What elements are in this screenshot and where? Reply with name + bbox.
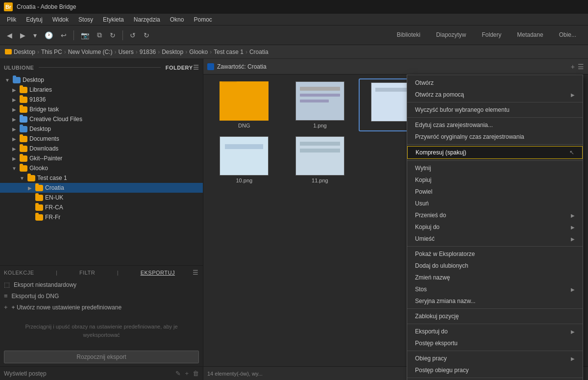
tree-toggle[interactable]: ▼ <box>19 176 25 181</box>
ctx-export-to[interactable]: Eksportuj do ▶ <box>407 326 583 337</box>
undo-button[interactable]: ↩ <box>58 29 70 41</box>
ctx-copy-to[interactable]: Kopiuj do ▶ <box>407 221 583 233</box>
tree-item-libraries[interactable]: ▶ Libraries <box>0 85 203 95</box>
breadcrumb-91836[interactable]: 91836 <box>140 49 156 55</box>
ctx-cut[interactable]: Wytnij <box>407 162 583 174</box>
tab-obie[interactable]: Obie... <box>551 29 584 41</box>
foldery-label[interactable]: Foldery <box>166 65 193 71</box>
tree-toggle[interactable]: ▶ <box>11 87 18 93</box>
tree-item-croatia[interactable]: ▶ Croatia <box>0 183 203 193</box>
tree-item-en-uk[interactable]: EN-UK <box>0 193 203 203</box>
ctx-lock-position[interactable]: Zablokuj pozycję <box>407 310 583 322</box>
menu-edytuj[interactable]: Edytuj <box>21 15 47 24</box>
add-icon[interactable]: + <box>185 370 189 377</box>
eksportuj-label[interactable]: Eksportuj <box>141 270 175 276</box>
menu-stosy[interactable]: Stosy <box>74 15 98 24</box>
tree-toggle[interactable]: ▶ <box>11 156 18 161</box>
camera-button[interactable]: 📷 <box>78 29 92 41</box>
tab-biblioteki[interactable]: Biblioteki <box>389 29 428 41</box>
ctx-copy[interactable]: Kopiuj <box>407 174 583 186</box>
menu-plik[interactable]: Plik <box>2 15 21 24</box>
recent-button[interactable]: 🕐 <box>42 29 56 41</box>
breadcrumb-thispc[interactable]: This PC <box>41 49 62 55</box>
tree-toggle[interactable]: ▶ <box>11 136 18 142</box>
ctx-show-explorer[interactable]: Pokaż w Eksploratorze <box>407 248 583 260</box>
tree-toggle[interactable]: ▶ <box>11 146 18 152</box>
ctx-workflow[interactable]: Obieg pracy ▶ <box>407 353 583 364</box>
ctx-duplicate[interactable]: Powiel <box>407 186 583 198</box>
tree-item-glooko[interactable]: ▼ Glooko <box>0 163 203 173</box>
thumbnail-dng[interactable]: DNG <box>207 78 281 131</box>
ctx-batch-rename[interactable]: Seryjna zmiana nazw... <box>407 295 583 307</box>
tree-toggle[interactable]: ▼ <box>4 77 11 83</box>
add-tab-icon[interactable]: + <box>571 63 575 71</box>
menu-pomoc[interactable]: Pomoc <box>189 15 217 24</box>
menu-etykieta[interactable]: Etykieta <box>98 15 129 24</box>
breadcrumb-desktop2[interactable]: Desktop <box>162 49 183 55</box>
export-custom-item[interactable]: ⬚ Eksport niestandardowy <box>4 279 199 290</box>
tree-toggle[interactable]: ▼ <box>11 166 18 171</box>
nav-down-button[interactable]: ▾ <box>30 29 40 41</box>
delete-icon[interactable]: 🗑 <box>193 370 199 377</box>
sidebar-menu-icon[interactable]: ☰ <box>193 64 199 71</box>
thumbnail-10png[interactable]: 10.png <box>207 133 281 186</box>
ctx-open[interactable]: Otwórz <box>407 77 583 89</box>
breadcrumb-glooko[interactable]: Glooko <box>189 49 208 55</box>
breadcrumb-users[interactable]: Users <box>118 49 133 55</box>
tree-item-desktop[interactable]: ▼ Desktop <box>0 75 203 85</box>
rotate-right-button[interactable]: ↻ <box>141 29 152 41</box>
tree-toggle[interactable]: ▶ <box>26 185 33 191</box>
edit-icon[interactable]: ✎ <box>175 370 181 377</box>
tree-item-testcase1[interactable]: ▼ Test case 1 <box>0 173 203 183</box>
tree-item-creativecloud[interactable]: ▶ Creative Cloud Files <box>0 114 203 124</box>
ctx-place[interactable]: Umieść ▶ <box>407 233 583 245</box>
filtr-label[interactable]: Filtr <box>79 270 95 276</box>
export-dng-item[interactable]: ≡ Eksportuj do DNG <box>4 290 199 302</box>
tab-diapozytyw[interactable]: Diapozytyw <box>428 29 474 41</box>
tree-item-downloads[interactable]: ▶ Downloads <box>0 144 203 153</box>
tree-toggle[interactable]: ▶ <box>11 107 18 112</box>
kolekcje-label[interactable]: Kolekcje <box>4 270 34 276</box>
tab-metadane[interactable]: Metadane <box>509 29 551 41</box>
tab-menu-icon[interactable]: ☰ <box>578 63 584 71</box>
ctx-clear-buffer[interactable]: Wyczyść bufor wybranego elementu <box>407 104 583 116</box>
tree-item-fr-ca[interactable]: FR-CA <box>0 203 203 212</box>
tree-item-fr-fr[interactable]: FR-Fr <box>0 212 203 222</box>
ctx-export-progress[interactable]: Postęp eksportu <box>407 337 583 349</box>
tree-toggle[interactable]: ▶ <box>11 97 18 102</box>
tab-foldery[interactable]: Foldery <box>474 29 509 41</box>
menu-okno[interactable]: Okno <box>165 15 189 24</box>
add-preset-item[interactable]: + + Utwórz nowe ustawienie predefiniowan… <box>4 302 199 313</box>
ctx-stack[interactable]: Stos ▶ <box>407 283 583 295</box>
ctx-restore-time[interactable]: Przywróć oryginalny czas zarejestrowania <box>407 131 583 143</box>
forward-button[interactable]: ▶ <box>17 29 28 41</box>
tree-item-bridgetask[interactable]: ▶ Bridge task <box>0 104 203 114</box>
rotate-left-button[interactable]: ↺ <box>127 29 139 41</box>
tree-toggle[interactable]: ▶ <box>11 117 18 122</box>
ctx-edit-time[interactable]: Edytuj czas zarejestrowania... <box>407 119 583 131</box>
breadcrumb-croatia[interactable]: Croatia <box>249 49 269 55</box>
tree-item-documents[interactable]: ▶ Documents <box>0 134 203 144</box>
thumbnail-11png[interactable]: 11.png <box>283 133 357 186</box>
ctx-add-favorites[interactable]: Dodaj do ulubionych <box>407 260 583 272</box>
tree-toggle[interactable]: ▶ <box>11 127 18 132</box>
layers-button[interactable]: ⧉ <box>94 29 105 41</box>
menu-widok[interactable]: Widok <box>48 15 74 24</box>
ctx-compress[interactable]: Kompresuj (spakuj) ↖ <box>407 146 583 159</box>
refresh-button[interactable]: ↻ <box>107 29 119 41</box>
breadcrumb-desktop[interactable]: Desktop <box>14 49 35 55</box>
menu-narzedzia[interactable]: Narzędzia <box>129 15 165 24</box>
ctx-move-to[interactable]: Przenieś do ▶ <box>407 209 583 221</box>
back-button[interactable]: ◀ <box>4 29 15 41</box>
ctx-rename[interactable]: Zmień nazwę <box>407 272 583 283</box>
breadcrumb-testcase1[interactable]: Test case 1 <box>214 49 244 55</box>
start-export-button[interactable]: Rozpocznij eksport <box>4 351 199 363</box>
ctx-open-with[interactable]: Otwórz za pomocą ▶ <box>407 89 583 101</box>
tree-item-desktop2[interactable]: ▶ Desktop <box>0 124 203 134</box>
ctx-workflow-progress[interactable]: Postęp obiegu pracy <box>407 364 583 376</box>
tree-item-91836[interactable]: ▶ 91836 <box>0 95 203 104</box>
breadcrumb-volume[interactable]: New Volume (C:) <box>68 49 113 55</box>
tree-item-gkitpainter[interactable]: ▶ Gkit--Painter <box>0 153 203 163</box>
ctx-delete[interactable]: Usuń <box>407 198 583 209</box>
thumbnail-1png[interactable]: 1.png <box>283 78 357 131</box>
